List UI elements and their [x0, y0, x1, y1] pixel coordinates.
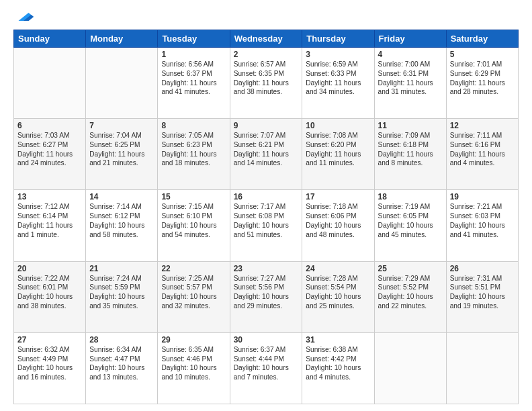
day-info: Sunrise: 7:08 AM Sunset: 6:20 PM Dayligh… [306, 131, 370, 168]
day-number: 18 [378, 192, 443, 201]
day-info: Sunrise: 6:59 AM Sunset: 6:33 PM Dayligh… [306, 60, 370, 97]
weekday-header-saturday: Saturday [446, 30, 518, 48]
calendar-cell: 17Sunrise: 7:18 AM Sunset: 6:06 PM Dayli… [302, 190, 374, 261]
day-info: Sunrise: 6:56 AM Sunset: 6:37 PM Dayligh… [161, 60, 226, 97]
day-number: 26 [450, 264, 515, 273]
day-info: Sunrise: 6:57 AM Sunset: 6:35 PM Dayligh… [234, 60, 299, 97]
day-info: Sunrise: 7:05 AM Sunset: 6:23 PM Dayligh… [161, 131, 226, 168]
day-number: 25 [378, 264, 443, 273]
day-info: Sunrise: 7:15 AM Sunset: 6:10 PM Dayligh… [161, 202, 226, 239]
day-info: Sunrise: 6:32 AM Sunset: 4:49 PM Dayligh… [17, 345, 82, 382]
day-info: Sunrise: 7:28 AM Sunset: 5:54 PM Dayligh… [306, 274, 370, 311]
day-info: Sunrise: 7:04 AM Sunset: 6:25 PM Dayligh… [89, 131, 154, 168]
page: SundayMondayTuesdayWednesdayThursdayFrid… [0, 0, 532, 411]
calendar-cell: 15Sunrise: 7:15 AM Sunset: 6:10 PM Dayli… [158, 190, 230, 261]
day-info: Sunrise: 7:18 AM Sunset: 6:06 PM Dayligh… [306, 202, 370, 239]
calendar-cell: 1Sunrise: 6:56 AM Sunset: 6:37 PM Daylig… [158, 48, 230, 119]
calendar-cell: 7Sunrise: 7:04 AM Sunset: 6:25 PM Daylig… [86, 119, 158, 190]
calendar-cell: 8Sunrise: 7:05 AM Sunset: 6:23 PM Daylig… [158, 119, 230, 190]
weekday-header-monday: Monday [86, 30, 158, 48]
day-info: Sunrise: 7:12 AM Sunset: 6:14 PM Dayligh… [17, 202, 82, 239]
calendar-cell: 18Sunrise: 7:19 AM Sunset: 6:05 PM Dayli… [374, 190, 446, 261]
logo [13, 11, 36, 23]
week-row-4: 20Sunrise: 7:22 AM Sunset: 6:01 PM Dayli… [14, 261, 519, 332]
calendar-cell: 6Sunrise: 7:03 AM Sunset: 6:27 PM Daylig… [14, 119, 86, 190]
week-row-2: 6Sunrise: 7:03 AM Sunset: 6:27 PM Daylig… [14, 119, 519, 190]
day-number: 7 [89, 121, 154, 130]
calendar-cell: 10Sunrise: 7:08 AM Sunset: 6:20 PM Dayli… [302, 119, 374, 190]
calendar-cell [374, 332, 446, 404]
day-number: 20 [17, 264, 82, 273]
day-number: 3 [306, 50, 370, 59]
day-number: 24 [306, 264, 370, 273]
week-row-5: 27Sunrise: 6:32 AM Sunset: 4:49 PM Dayli… [14, 332, 519, 404]
calendar-cell: 26Sunrise: 7:31 AM Sunset: 5:51 PM Dayli… [446, 261, 518, 332]
day-number: 19 [450, 192, 515, 201]
weekday-header-friday: Friday [374, 30, 446, 48]
day-number: 16 [234, 192, 299, 201]
day-info: Sunrise: 7:22 AM Sunset: 6:01 PM Dayligh… [17, 274, 82, 311]
calendar-cell: 20Sunrise: 7:22 AM Sunset: 6:01 PM Dayli… [14, 261, 86, 332]
day-info: Sunrise: 7:19 AM Sunset: 6:05 PM Dayligh… [378, 202, 443, 239]
day-number: 29 [161, 335, 226, 345]
calendar-cell: 16Sunrise: 7:17 AM Sunset: 6:08 PM Dayli… [230, 190, 302, 261]
day-number: 10 [306, 121, 370, 130]
day-number: 30 [234, 335, 299, 345]
day-info: Sunrise: 7:31 AM Sunset: 5:51 PM Dayligh… [450, 274, 515, 311]
calendar-cell: 29Sunrise: 6:35 AM Sunset: 4:46 PM Dayli… [158, 332, 230, 404]
day-info: Sunrise: 7:29 AM Sunset: 5:52 PM Dayligh… [378, 274, 443, 311]
weekday-header-wednesday: Wednesday [230, 30, 302, 48]
day-info: Sunrise: 7:25 AM Sunset: 5:57 PM Dayligh… [161, 274, 226, 311]
day-number: 6 [17, 121, 82, 130]
day-number: 12 [450, 121, 515, 130]
day-number: 22 [161, 264, 226, 273]
day-number: 11 [378, 121, 443, 130]
day-number: 4 [378, 50, 443, 59]
week-row-1: 1Sunrise: 6:56 AM Sunset: 6:37 PM Daylig… [14, 48, 519, 119]
calendar-cell: 19Sunrise: 7:21 AM Sunset: 6:03 PM Dayli… [446, 190, 518, 261]
day-number: 28 [89, 335, 154, 345]
calendar-cell [14, 48, 86, 119]
calendar-cell [86, 48, 158, 119]
day-number: 5 [450, 50, 515, 59]
calendar-cell: 12Sunrise: 7:11 AM Sunset: 6:16 PM Dayli… [446, 119, 518, 190]
day-info: Sunrise: 7:07 AM Sunset: 6:21 PM Dayligh… [234, 131, 299, 168]
calendar-cell: 21Sunrise: 7:24 AM Sunset: 5:59 PM Dayli… [86, 261, 158, 332]
calendar-cell: 5Sunrise: 7:01 AM Sunset: 6:29 PM Daylig… [446, 48, 518, 119]
day-info: Sunrise: 7:21 AM Sunset: 6:03 PM Dayligh… [450, 202, 515, 239]
day-number: 27 [17, 335, 82, 345]
calendar-cell [446, 332, 518, 404]
day-info: Sunrise: 6:35 AM Sunset: 4:46 PM Dayligh… [161, 345, 226, 382]
calendar-cell: 24Sunrise: 7:28 AM Sunset: 5:54 PM Dayli… [302, 261, 374, 332]
day-number: 9 [234, 121, 299, 130]
calendar-cell: 23Sunrise: 7:27 AM Sunset: 5:56 PM Dayli… [230, 261, 302, 332]
day-number: 2 [234, 50, 299, 59]
day-info: Sunrise: 6:37 AM Sunset: 4:44 PM Dayligh… [234, 345, 299, 382]
day-number: 8 [161, 121, 226, 130]
calendar-cell: 9Sunrise: 7:07 AM Sunset: 6:21 PM Daylig… [230, 119, 302, 190]
week-row-3: 13Sunrise: 7:12 AM Sunset: 6:14 PM Dayli… [14, 190, 519, 261]
day-number: 17 [306, 192, 370, 201]
calendar-cell: 22Sunrise: 7:25 AM Sunset: 5:57 PM Dayli… [158, 261, 230, 332]
weekday-header-sunday: Sunday [14, 30, 86, 48]
calendar-cell: 3Sunrise: 6:59 AM Sunset: 6:33 PM Daylig… [302, 48, 374, 119]
day-number: 21 [89, 264, 154, 273]
calendar-cell: 27Sunrise: 6:32 AM Sunset: 4:49 PM Dayli… [14, 332, 86, 404]
calendar-cell: 14Sunrise: 7:14 AM Sunset: 6:12 PM Dayli… [86, 190, 158, 261]
day-info: Sunrise: 7:00 AM Sunset: 6:31 PM Dayligh… [378, 60, 443, 97]
weekday-header-tuesday: Tuesday [158, 30, 230, 48]
calendar-cell: 13Sunrise: 7:12 AM Sunset: 6:14 PM Dayli… [14, 190, 86, 261]
weekday-header-thursday: Thursday [302, 30, 374, 48]
day-info: Sunrise: 7:17 AM Sunset: 6:08 PM Dayligh… [234, 202, 299, 239]
calendar-cell: 2Sunrise: 6:57 AM Sunset: 6:35 PM Daylig… [230, 48, 302, 119]
day-info: Sunrise: 7:03 AM Sunset: 6:27 PM Dayligh… [17, 131, 82, 168]
day-info: Sunrise: 7:09 AM Sunset: 6:18 PM Dayligh… [378, 131, 443, 168]
day-info: Sunrise: 6:34 AM Sunset: 4:47 PM Dayligh… [89, 345, 154, 382]
calendar-cell: 31Sunrise: 6:38 AM Sunset: 4:42 PM Dayli… [302, 332, 374, 404]
day-number: 31 [306, 335, 370, 345]
day-info: Sunrise: 7:11 AM Sunset: 6:16 PM Dayligh… [450, 131, 515, 168]
day-number: 1 [161, 50, 226, 59]
logo-icon [13, 11, 34, 23]
day-info: Sunrise: 7:14 AM Sunset: 6:12 PM Dayligh… [89, 202, 154, 239]
calendar-cell: 30Sunrise: 6:37 AM Sunset: 4:44 PM Dayli… [230, 332, 302, 404]
